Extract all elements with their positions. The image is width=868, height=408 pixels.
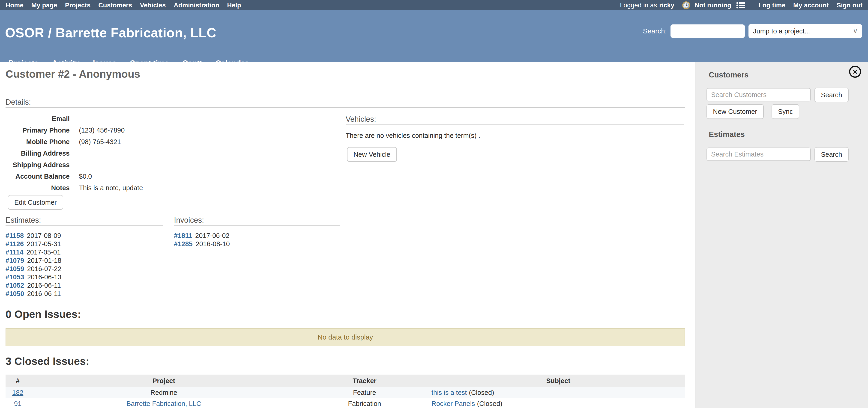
list-item: #11582017-08-09 [5, 231, 61, 240]
list-item: #18112017-06-02 [174, 231, 230, 240]
field-label-primary-phone: Primary Phone [5, 125, 70, 136]
sidebar-customers-heading: Customers [709, 71, 748, 79]
estimate-date: 2016-07-22 [27, 265, 61, 272]
field-value-notes: This is a note, update [79, 182, 217, 194]
top-menu-bar: Home My page Projects Customers Vehicles… [0, 0, 868, 10]
estimate-date: 2017-08-09 [27, 232, 61, 239]
top-menu-customers[interactable]: Customers [98, 2, 132, 9]
top-menu-home[interactable]: Home [5, 2, 24, 9]
sync-button[interactable]: Sync [772, 104, 799, 119]
list-item: #11262017-05-31 [5, 240, 61, 248]
main-menu-tabs: Projects Activity Issues Spent time Gant… [8, 59, 248, 68]
invoice-link[interactable]: #1285 [174, 240, 193, 247]
jump-to-project-select[interactable]: Jump to a project... [748, 24, 862, 38]
list-item: #10502016-06-11 [5, 290, 61, 298]
field-value-shipping-address [79, 159, 217, 171]
issue-tracker: Feature [353, 389, 376, 396]
issue-id-link[interactable]: 182 [12, 389, 23, 396]
top-menu-left: Home My page Projects Customers Vehicles… [5, 2, 241, 9]
estimate-date: 2016-06-11 [27, 290, 61, 297]
tab-activity[interactable]: Activity [52, 59, 80, 68]
estimate-link[interactable]: #1050 [5, 290, 24, 297]
invoice-date: 2017-06-02 [195, 232, 229, 239]
log-time-link[interactable]: Log time [758, 2, 785, 9]
table-row: 182 Redmine Feature this is a test(Close… [5, 387, 685, 398]
top-menu-administration[interactable]: Administration [174, 2, 219, 9]
customer-details: Email Primary Phone (123) 456-7890 Mobil… [5, 113, 217, 194]
field-value-billing-address [79, 147, 217, 159]
estimate-date: 2017-05-31 [27, 240, 61, 247]
estimate-link[interactable]: #1126 [5, 240, 24, 247]
my-account-link[interactable]: My account [793, 2, 829, 9]
header-search-area: Search: Jump to a project... ∨ [643, 24, 862, 38]
details-divider [5, 107, 685, 108]
new-customer-button[interactable]: New Customer [707, 104, 764, 119]
field-value-mobile-phone: (98) 765-4321 [79, 136, 217, 147]
issue-subject-link[interactable]: this is a test [431, 389, 467, 396]
issue-subject-link[interactable]: Rocker Panels [431, 400, 475, 407]
estimate-date: 2017-05-01 [26, 248, 60, 256]
tab-spent-time[interactable]: Spent time [130, 59, 169, 68]
estimate-date: 2016-06-11 [27, 282, 61, 289]
estimate-link[interactable]: #1052 [5, 282, 24, 289]
top-menu-my-page[interactable]: My page [31, 2, 57, 9]
top-menu-vehicles[interactable]: Vehicles [140, 2, 166, 9]
top-menu-projects[interactable]: Projects [65, 2, 91, 9]
app-header: OSOR / Barrette Fabrication, LLC Search:… [0, 10, 868, 62]
issue-status: (Closed) [477, 400, 502, 407]
sidebar-estimates-heading: Estimates [709, 130, 745, 139]
column-header-project: Project [30, 375, 298, 387]
column-header-subject: Subject [431, 375, 685, 387]
vehicles-heading: Vehicles: [346, 115, 376, 124]
field-value-primary-phone: (123) 456-7890 [79, 125, 217, 136]
tab-projects[interactable]: Projects [8, 59, 38, 68]
table-row: 91 Barrette Fabrication, LLC Fabrication… [5, 398, 685, 408]
estimate-date: 2017-01-18 [27, 257, 61, 264]
issue-id-link[interactable]: 91 [14, 400, 22, 407]
closed-issues-heading: 3 Closed Issues: [5, 355, 89, 367]
search-customers-button[interactable]: Search [814, 88, 848, 102]
no-data-banner: No data to display [5, 328, 685, 346]
estimate-link[interactable]: #1158 [5, 232, 24, 239]
new-vehicle-button[interactable]: New Vehicle [347, 147, 397, 162]
open-issues-heading: 0 Open Issues: [5, 308, 81, 320]
top-menu-help[interactable]: Help [227, 2, 241, 9]
invoice-link[interactable]: #1811 [174, 232, 192, 239]
timer-status: Not running [695, 2, 732, 9]
vehicles-empty-message: There are no vehicles containing the ter… [346, 132, 480, 139]
estimate-link[interactable]: #1079 [5, 257, 24, 264]
estimate-link[interactable]: #1053 [5, 273, 24, 281]
search-estimates-button[interactable]: Search [814, 147, 848, 162]
issue-tracker: Fabrication [348, 400, 381, 407]
time-entries-list-icon[interactable] [736, 2, 745, 9]
estimate-link[interactable]: #1059 [5, 265, 24, 272]
header-search-input[interactable] [671, 25, 745, 38]
invoices-heading: Invoices: [174, 216, 204, 225]
field-label-account-balance: Account Balance [5, 171, 70, 182]
logged-in-label: Logged in as [620, 2, 657, 9]
tab-calendar[interactable]: Calendar [216, 59, 248, 68]
estimates-list: #11582017-08-09 #11262017-05-31 #1114201… [5, 231, 61, 298]
tab-gantt[interactable]: Gantt [182, 59, 202, 68]
search-estimates-input[interactable] [707, 147, 811, 161]
sign-out-link[interactable]: Sign out [837, 2, 863, 9]
estimate-link[interactable]: #1114 [5, 248, 23, 256]
list-item: #10532016-06-13 [5, 273, 61, 281]
table-header-row: # Project Tracker Subject [5, 375, 685, 387]
search-customers-input[interactable] [707, 88, 811, 101]
close-icon[interactable]: × [849, 66, 861, 78]
list-item: #11142017-05-01 [5, 248, 61, 256]
estimate-date: 2016-06-13 [27, 273, 61, 281]
column-header-tracker: Tracker [298, 375, 431, 387]
field-label-notes: Notes [5, 182, 70, 194]
edit-customer-button[interactable]: Edit Customer [8, 195, 63, 210]
list-item: #10592016-07-22 [5, 265, 61, 273]
issue-status: (Closed) [469, 389, 494, 396]
field-value-email [79, 113, 217, 125]
tab-issues[interactable]: Issues [93, 59, 117, 68]
details-heading: Details: [5, 98, 31, 106]
closed-issues-table: # Project Tracker Subject 182 Redmine Fe… [5, 375, 685, 408]
list-item: #10522016-06-11 [5, 281, 61, 290]
issue-project-link[interactable]: Barrette Fabrication, LLC [126, 400, 201, 407]
page-header-title: OSOR / Barrette Fabrication, LLC [5, 25, 216, 40]
